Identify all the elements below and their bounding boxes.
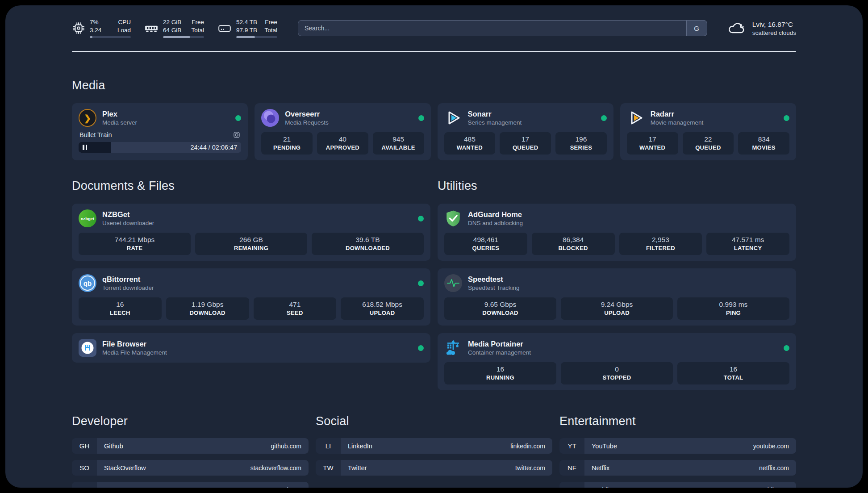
stat-remaining: 266 GB REMAINING — [195, 233, 307, 255]
bookmark-url: netflix.com — [759, 464, 789, 472]
bookmark-reddit[interactable]: RE Reddit reddit.com — [559, 482, 796, 488]
stat-blocked: 86,384 BLOCKED — [532, 233, 615, 255]
cpu-label: CPU — [117, 18, 131, 26]
stat-download: 9.65 Gbps DOWNLOAD — [444, 297, 556, 320]
search-bar: G — [298, 20, 707, 36]
ram-stat: 22 GiB 64 GiB Free Total — [144, 18, 204, 38]
app-name: File Browser — [102, 340, 412, 348]
sonarr-card[interactable]: Sonarr Series management 485 WANTED 17 Q… — [438, 103, 613, 160]
bookmark-name: StackOverflow — [104, 464, 146, 472]
radarr-card[interactable]: Radarr Movie management 17 WANTED 22 QUE… — [620, 103, 796, 160]
portainer-card[interactable]: Media Portainer Container management 16 … — [438, 333, 796, 390]
cpu-load-label: Load — [117, 26, 131, 34]
stat-movies: 834 MOVIES — [738, 132, 789, 155]
stat-rate: 744.21 Mbps RATE — [79, 233, 191, 255]
plex-card[interactable]: ❯ Plex Media server Bullet Train 24:44 /… — [72, 103, 248, 160]
bookmark-url: dev.to — [285, 486, 301, 488]
status-online-dot — [784, 115, 789, 121]
bookmark-linkedin[interactable]: LI LinkedIn linkedin.com — [316, 438, 552, 454]
nzbget-icon: nzbget — [79, 209, 96, 227]
bookmark-youtube[interactable]: YT YouTube youtube.com — [559, 438, 796, 454]
cpu-icon — [72, 21, 85, 35]
search-input[interactable] — [298, 20, 707, 36]
now-playing-settings-icon[interactable] — [233, 131, 240, 138]
section-title-utilities: Utilities — [438, 179, 796, 193]
status-online-dot — [784, 345, 789, 351]
social-column: Social LI LinkedIn linkedin.com TW Twitt… — [316, 414, 552, 488]
overseerr-card[interactable]: Overseerr Media Requests 21 PENDING 40 A… — [255, 103, 430, 160]
pause-icon[interactable] — [83, 145, 87, 150]
stat-latency: 47.571 ms LATENCY — [706, 233, 789, 255]
speedtest-card[interactable]: Speedtest Speedtest Tracking 9.65 Gbps D… — [438, 268, 796, 326]
stat-queued: 22 QUEUED — [683, 132, 734, 155]
portainer-icon — [444, 339, 462, 357]
disk-free-value: 52.4 TB — [236, 18, 257, 26]
bookmark-abbr: DT — [72, 482, 97, 488]
bookmark-url: youtube.com — [753, 443, 789, 450]
adguard-card[interactable]: AdGuard Home DNS and adblocking 498,461 … — [438, 204, 796, 261]
cpu-progress-fill — [90, 36, 92, 38]
speedtest-icon — [444, 274, 462, 292]
status-online-dot — [418, 345, 424, 351]
playback-progress-bar[interactable]: 24:44 / 02:06:47 — [79, 142, 241, 153]
bookmark-github[interactable]: GH Github github.com — [72, 438, 309, 454]
bookmark-name: Netflix — [592, 464, 609, 472]
bookmark-abbr: SO — [72, 460, 97, 476]
ram-free-value: 22 GiB — [163, 18, 181, 26]
stat-total: 16 TOTAL — [677, 362, 789, 384]
weather-widget[interactable]: Lviv, 16.87°C scattered clouds — [726, 20, 796, 36]
bookmark-url: reddit.com — [760, 486, 789, 488]
app-description: Speedtest Tracking — [468, 284, 789, 291]
stat-seed: 471 SEED — [254, 297, 337, 320]
bookmark-url: twitter.com — [515, 464, 545, 472]
stat-stopped: 0 STOPPED — [561, 362, 673, 384]
stat-download: 1.19 Gbps DOWNLOAD — [166, 297, 249, 320]
section-title-developer: Developer — [72, 414, 309, 428]
status-online-dot — [418, 115, 424, 121]
bookmark-name: Reddit — [592, 486, 610, 488]
disk-total-label: Total — [264, 26, 277, 34]
playback-time: 24:44 / 02:06:47 — [190, 144, 237, 151]
filebrowser-card[interactable]: File Browser Media File Management — [72, 333, 430, 363]
disk-icon — [217, 21, 232, 35]
weather-location-temp: Lviv, 16.87°C — [752, 21, 796, 29]
adguard-icon — [444, 209, 462, 227]
section-title-documents: Documents & Files — [72, 179, 430, 193]
app-description: Torrent downloader — [102, 284, 412, 291]
bookmark-abbr: NF — [559, 460, 584, 476]
disk-stat: 52.4 TB 97.9 TB Free Total — [217, 18, 277, 38]
app-description: Usenet downloader — [102, 220, 412, 226]
disk-free-label: Free — [264, 18, 277, 26]
cloud-icon — [726, 20, 747, 36]
stat-queued: 17 QUEUED — [500, 132, 551, 155]
ram-total-value: 64 GiB — [163, 26, 181, 34]
bookmark-abbr: TW — [316, 460, 341, 476]
stat-upload: 618.52 Mbps UPLOAD — [341, 297, 424, 320]
section-title-social: Social — [316, 414, 552, 428]
filebrowser-icon — [79, 339, 96, 357]
bookmark-dev[interactable]: DT DEV dev.to — [72, 482, 309, 488]
stat-running: 16 RUNNING — [444, 362, 556, 384]
ram-total-label: Total — [191, 26, 204, 34]
media-grid: ❯ Plex Media server Bullet Train 24:44 /… — [72, 103, 796, 160]
qbittorrent-card[interactable]: qb qBittorrent Torrent downloader 16 LEE… — [72, 268, 430, 326]
bookmark-name: YouTube — [592, 443, 617, 450]
entertainment-column: Entertainment YT YouTube youtube.com NF … — [559, 414, 796, 488]
bookmark-netflix[interactable]: NF Netflix netflix.com — [559, 460, 796, 476]
dashboard-panel: 7% 3.24 CPU Load — [5, 5, 863, 488]
app-name: Radarr — [651, 110, 778, 118]
app-description: Container management — [468, 349, 778, 356]
bookmark-name: Twitter — [348, 464, 367, 472]
weather-condition: scattered clouds — [752, 29, 796, 36]
app-description: Movie management — [651, 119, 778, 126]
app-name: NZBGet — [102, 210, 412, 219]
bookmark-twitter[interactable]: TW Twitter twitter.com — [316, 460, 552, 476]
status-online-dot — [235, 115, 241, 121]
bookmark-stackoverflow[interactable]: SO StackOverflow stackoverflow.com — [72, 460, 309, 476]
documents-column: Documents & Files nzbget NZBGet Usenet d… — [72, 163, 430, 390]
nzbget-card[interactable]: nzbget NZBGet Usenet downloader 744.21 M… — [72, 204, 430, 261]
stat-leech: 16 LEECH — [79, 297, 162, 320]
search-engine-button[interactable]: G — [686, 20, 707, 36]
bookmark-url: stackoverflow.com — [250, 464, 301, 472]
bookmark-url: linkedin.com — [510, 443, 545, 450]
